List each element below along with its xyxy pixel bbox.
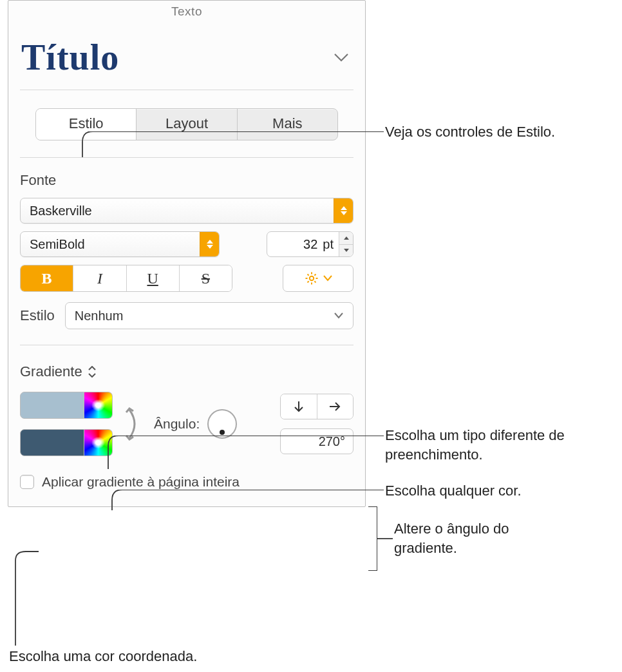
- callout-angle: Altere o ângulo do gradiente.: [394, 519, 561, 557]
- popup-arrows-icon: [334, 198, 353, 223]
- chevron-down-icon: [334, 312, 344, 320]
- font-family-value: Baskerville: [30, 204, 92, 218]
- text-inspector-panel: Texto Título Estilo Layout Mais Fonte Ba…: [8, 0, 366, 507]
- underline-button[interactable]: U: [126, 265, 179, 291]
- font-size-input[interactable]: [267, 237, 323, 252]
- arrow-right-icon: [328, 401, 341, 412]
- font-weight-popup[interactable]: SemiBold: [20, 231, 220, 257]
- popup-arrows-icon: [88, 366, 97, 378]
- svg-point-0: [310, 276, 314, 280]
- font-section-label: Fonte: [20, 172, 353, 189]
- tab-more[interactable]: Mais: [237, 109, 337, 140]
- gradient-direction-segmented: [280, 394, 353, 419]
- gradient-direction-horizontal[interactable]: [317, 394, 353, 419]
- character-style-label: Estilo: [20, 307, 55, 324]
- fill-type-label: Gradiente: [20, 363, 82, 380]
- bold-button[interactable]: B: [21, 265, 73, 291]
- callout-style-controls: Veja os controles de Estilo.: [385, 122, 555, 142]
- font-weight-value: SemiBold: [30, 237, 85, 252]
- angle-value-field[interactable]: 270°: [280, 428, 353, 454]
- gear-icon: [304, 271, 319, 286]
- arrow-down-icon: [293, 400, 305, 413]
- italic-button[interactable]: I: [73, 265, 126, 291]
- apply-whole-page-checkbox[interactable]: [20, 475, 34, 489]
- paragraph-style-chevron-icon[interactable]: [333, 52, 350, 63]
- tab-segmented-control: Estilo Layout Mais: [35, 108, 338, 140]
- gradient-direction-vertical[interactable]: [281, 394, 317, 419]
- gradient-color-2-picker[interactable]: [84, 429, 113, 456]
- apply-whole-page-label: Aplicar gradiente à página inteira: [42, 474, 240, 490]
- callout-coord-color: Escolha uma cor coordenada.: [9, 647, 197, 666]
- font-size-step-down[interactable]: [339, 245, 353, 257]
- font-family-popup[interactable]: Baskerville: [20, 198, 353, 224]
- angle-dial[interactable]: [207, 409, 237, 439]
- popup-arrows-icon: [200, 232, 219, 256]
- font-size-step-up[interactable]: [339, 232, 353, 245]
- panel-title: Texto: [8, 1, 365, 25]
- angle-value: 270°: [319, 434, 345, 449]
- font-size-field[interactable]: pt: [267, 231, 353, 257]
- gradient-color-1-well[interactable]: [20, 392, 84, 419]
- tab-layout[interactable]: Layout: [136, 109, 236, 140]
- fill-type-popup[interactable]: Gradiente: [20, 363, 353, 380]
- advanced-options-button[interactable]: [283, 265, 353, 292]
- callout-fill-type: Escolha um tipo diferente de preenchimen…: [385, 426, 604, 464]
- angle-label: Ângulo:: [154, 416, 200, 432]
- chevron-down-icon: [323, 275, 332, 282]
- font-size-unit: pt: [323, 237, 339, 252]
- gradient-color-1-picker[interactable]: [84, 392, 113, 419]
- swap-colors-icon[interactable]: [124, 406, 142, 442]
- text-style-segmented: B I U S: [20, 265, 232, 292]
- strikethrough-button[interactable]: S: [179, 265, 232, 291]
- character-style-value: Nenhum: [75, 309, 124, 323]
- gradient-color-2-well[interactable]: [20, 429, 84, 456]
- paragraph-style-name[interactable]: Título: [21, 37, 119, 78]
- callout-any-color: Escolha qualquer cor.: [385, 481, 522, 501]
- character-style-popup[interactable]: Nenhum: [65, 302, 353, 329]
- tab-style[interactable]: Estilo: [36, 109, 136, 140]
